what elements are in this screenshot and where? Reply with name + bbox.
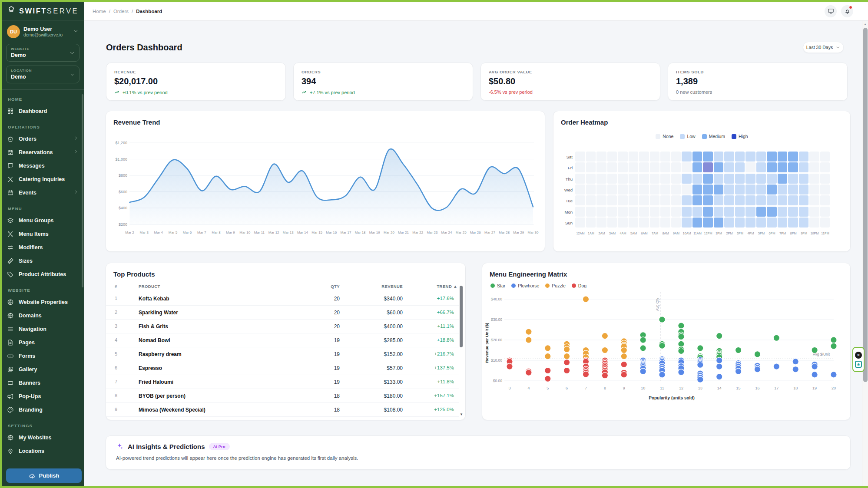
display-mode-button[interactable]: [825, 5, 837, 17]
sidebar-item-menu-groups[interactable]: Menu Groups: [2, 214, 84, 227]
sidebar-item-label: Website Properties: [19, 299, 68, 305]
kpi-label: REVENUE: [114, 69, 278, 74]
utensils-icon: [7, 231, 14, 237]
svg-text:5: 5: [547, 386, 549, 390]
heatmap-hour-label: 4AM: [618, 231, 629, 235]
column-header-revenue[interactable]: REVENUE: [381, 284, 403, 289]
globe-icon: [7, 299, 14, 306]
heatmap-hour-label: 3PM: [735, 231, 745, 235]
svg-text:Mar 19: Mar 19: [369, 231, 380, 234]
chevron-right-icon: [73, 189, 79, 195]
date-range-select[interactable]: Last 30 Days: [803, 42, 844, 53]
svg-text:Mar 21: Mar 21: [398, 231, 409, 234]
sidebar-item-sizes[interactable]: Sizes: [2, 254, 84, 267]
heatmap-cell: [714, 207, 724, 217]
sidebar-item-banners[interactable]: Banners: [2, 376, 84, 389]
column-header-trend[interactable]: TREND ▲: [437, 284, 457, 289]
sidebar-item-reservations[interactable]: Reservations: [2, 145, 84, 159]
breadcrumb-home[interactable]: Home: [93, 9, 106, 14]
breadcrumb-orders[interactable]: Orders: [113, 9, 129, 14]
sidebar-item-catering-inquiries[interactable]: Catering Inquiries: [2, 172, 84, 186]
page-scrollbar-thumb[interactable]: [863, 28, 868, 382]
svg-text:Mar 23: Mar 23: [427, 231, 437, 234]
svg-text:Popularity (units sold): Popularity (units sold): [649, 396, 695, 400]
heatmap-hour-label: 8AM: [660, 231, 671, 235]
scroll-up-icon[interactable]: ▲: [862, 23, 868, 26]
monitor-icon: [828, 8, 834, 14]
nav-section-menu: MENU: [2, 199, 84, 214]
table-scrollbar-thumb[interactable]: [460, 286, 463, 347]
svg-text:Avg Qty: Avg Qty: [655, 297, 659, 311]
scroll-down-icon[interactable]: ▼: [460, 412, 463, 416]
extension-e-icon[interactable]: e: [855, 361, 862, 368]
utensils-icon: [7, 176, 14, 183]
sidebar-item-forms[interactable]: Forms: [2, 349, 84, 363]
heatmap-hour-label: 3AM: [607, 231, 618, 235]
heatmap-cell: [778, 195, 788, 205]
heatmap-legend: NoneLowMediumHigh: [553, 134, 850, 139]
heatmap-cell: [778, 174, 788, 184]
sidebar-item-domains[interactable]: Domains: [2, 309, 84, 322]
heatmap-cell: [745, 218, 755, 228]
heatmap-hour-label: 12AM: [575, 231, 586, 235]
heatmap-cell: [724, 195, 734, 205]
heatmap-cell: [788, 218, 798, 228]
svg-text:$40.00: $40.00: [491, 297, 502, 301]
heatmap-day-label: Mon: [553, 210, 573, 214]
heatmap-cell: [714, 174, 724, 184]
heatmap-cell: [778, 218, 788, 228]
sidebar-item-product-attributes[interactable]: Product Attributes: [2, 267, 84, 281]
heatmap-cell: [660, 218, 670, 228]
website-selector[interactable]: WEBSITE Demo: [6, 44, 80, 62]
sidebar-item-pop-ups[interactable]: Pop-Ups: [2, 389, 84, 403]
user-menu[interactable]: DU Demo User demo@swiftserve.io: [2, 20, 84, 42]
sidebar-item-branding[interactable]: Branding: [2, 403, 84, 416]
heatmap-cell: [671, 174, 681, 184]
heatmap-cell: [586, 195, 596, 205]
column-header-qty[interactable]: QTY: [331, 284, 340, 289]
sidebar-item-label: Pages: [19, 340, 35, 346]
sidebar-item-navigation[interactable]: Navigation: [2, 322, 84, 336]
kpi-delta: +7.1% vs prev period: [301, 89, 465, 95]
svg-text:Revenue per Unit ($): Revenue per Unit ($): [484, 323, 489, 363]
column-header-[interactable]: #: [115, 284, 117, 289]
logo[interactable]: SWIFTSERVE: [2, 2, 84, 20]
sidebar-item-messages[interactable]: Messages: [2, 159, 84, 172]
notifications-button[interactable]: [841, 5, 853, 17]
trend-up-icon: [301, 89, 307, 95]
sidebar-scrollbar[interactable]: [82, 94, 83, 287]
heatmap-cell: [788, 152, 798, 162]
publish-button[interactable]: Publish: [6, 468, 82, 483]
heatmap-cell: [735, 152, 745, 162]
heatmap-cell: [756, 195, 766, 205]
sidebar-item-menu-items[interactable]: Menu Items: [2, 227, 84, 241]
column-header-product[interactable]: PRODUCT: [139, 284, 160, 289]
heatmap-cell: [703, 174, 713, 184]
heatmap-cell: [639, 207, 649, 217]
heatmap-cell: [703, 162, 713, 172]
sidebar-item-events[interactable]: Events: [2, 186, 84, 199]
sidebar-item-locations[interactable]: Locations: [2, 444, 84, 458]
sidebar-item-label: Gallery: [19, 366, 37, 373]
sidebar-item-website-properties[interactable]: Website Properties: [2, 295, 84, 309]
heatmap-cell: [618, 195, 628, 205]
heatmap-cell: [820, 195, 830, 205]
location-selector[interactable]: LOCATION Demo: [6, 66, 80, 83]
extension-close-icon[interactable]: ✕: [855, 352, 862, 359]
heatmap-cell: [692, 174, 702, 184]
svg-text:11: 11: [660, 386, 664, 390]
table-row: 2Sparkling Water20$60.00+66.7%: [106, 306, 459, 320]
svg-text:Mar 14: Mar 14: [297, 231, 308, 234]
notification-badge: [849, 6, 852, 9]
sidebar-item-modifiers[interactable]: Modifiers: [2, 241, 84, 254]
sidebar-item-pages[interactable]: Pages: [2, 336, 84, 349]
page-scrollbar[interactable]: ▲: [862, 21, 868, 486]
heatmap-day-label: Wed: [553, 188, 573, 192]
sidebar-item-dashboard[interactable]: Dashboard: [2, 104, 84, 118]
heatmap-legend-high: High: [732, 134, 748, 139]
sidebar-item-orders[interactable]: Orders: [2, 132, 84, 145]
sidebar-item-gallery[interactable]: Gallery: [2, 363, 84, 376]
heatmap-cell: [778, 185, 788, 195]
heatmap-cell: [629, 218, 639, 228]
sidebar-item-my-websites[interactable]: My Websites: [2, 431, 84, 444]
